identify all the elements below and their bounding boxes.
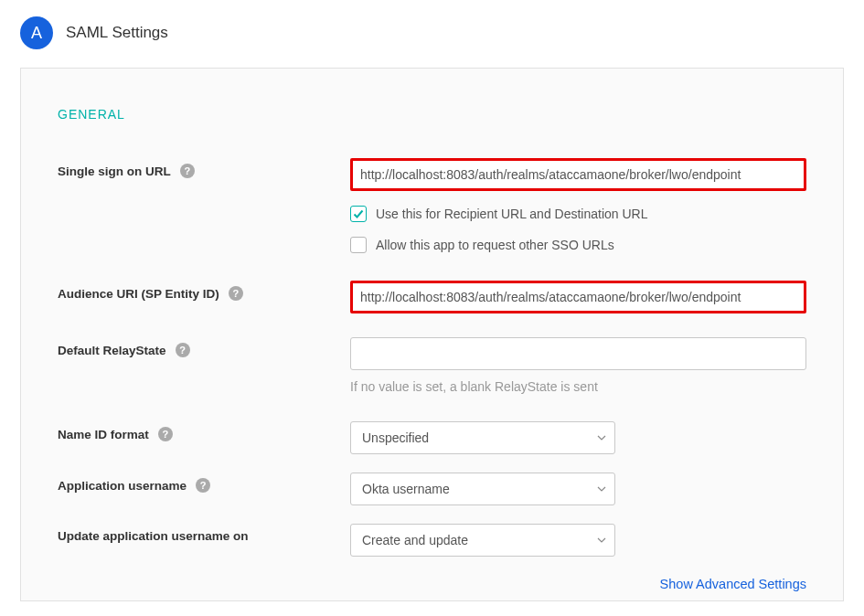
- label-name-id: Name ID format ?: [58, 421, 350, 441]
- help-icon[interactable]: ?: [158, 427, 173, 441]
- label-relay-state: Default RelayState ?: [58, 337, 350, 357]
- page-title: SAML Settings: [66, 24, 168, 42]
- show-advanced-link[interactable]: Show Advanced Settings: [660, 577, 806, 591]
- field-name-id: Unspecified: [350, 421, 806, 454]
- label-update-on-text: Update application username on: [58, 529, 249, 543]
- sso-url-input[interactable]: [350, 158, 806, 191]
- field-audience-uri: [350, 281, 806, 313]
- row-name-id: Name ID format ? Unspecified: [58, 421, 806, 454]
- field-sso-url: Use this for Recipient URL and Destinati…: [350, 158, 806, 253]
- help-icon[interactable]: ?: [180, 164, 195, 178]
- help-icon[interactable]: ?: [176, 343, 190, 357]
- relay-state-hint: If no value is set, a blank RelayState i…: [350, 379, 806, 394]
- app-username-select[interactable]: Okta username: [350, 473, 615, 505]
- checkbox-allow-other-sso-label: Allow this app to request other SSO URLs: [376, 238, 614, 252]
- label-app-username-text: Application username: [58, 479, 187, 493]
- advanced-link-row: Show Advanced Settings: [58, 577, 806, 591]
- field-app-username: Okta username: [350, 473, 806, 505]
- label-name-id-text: Name ID format: [58, 428, 149, 441]
- row-update-on: Update application username on Create an…: [58, 524, 806, 557]
- app-username-value: Okta username: [362, 482, 450, 496]
- label-sso-url: Single sign on URL ?: [58, 158, 350, 178]
- field-update-on: Create and update: [350, 524, 806, 557]
- update-on-value: Create and update: [362, 533, 468, 547]
- row-audience-uri: Audience URI (SP Entity ID) ?: [58, 281, 806, 313]
- row-relay-state: Default RelayState ? If no value is set,…: [58, 337, 806, 394]
- checkbox-allow-other-sso[interactable]: Allow this app to request other SSO URLs: [350, 237, 806, 253]
- label-app-username: Application username ?: [58, 473, 350, 493]
- label-sso-url-text: Single sign on URL: [58, 165, 171, 178]
- section-general-header: GENERAL: [58, 107, 806, 122]
- label-audience-uri: Audience URI (SP Entity ID) ?: [58, 281, 350, 301]
- label-relay-state-text: Default RelayState: [58, 344, 166, 357]
- relay-state-input[interactable]: [350, 337, 806, 370]
- name-id-value: Unspecified: [362, 430, 429, 445]
- checkbox-icon: [350, 206, 367, 222]
- avatar-letter: A: [31, 24, 42, 43]
- label-update-on: Update application username on: [58, 524, 350, 543]
- page-header: A SAML Settings: [20, 16, 844, 49]
- row-sso-url: Single sign on URL ? Use this for Recipi…: [58, 158, 806, 253]
- settings-panel: GENERAL Single sign on URL ? Use this fo…: [20, 68, 844, 601]
- avatar: A: [20, 16, 53, 49]
- help-icon[interactable]: ?: [229, 286, 243, 301]
- checkbox-icon: [350, 237, 367, 253]
- help-icon[interactable]: ?: [196, 478, 210, 493]
- row-app-username: Application username ? Okta username: [58, 473, 806, 505]
- checkbox-use-recipient-label: Use this for Recipient URL and Destinati…: [376, 207, 648, 221]
- audience-uri-input[interactable]: [350, 281, 806, 313]
- label-audience-uri-text: Audience URI (SP Entity ID): [58, 287, 219, 301]
- name-id-select[interactable]: Unspecified: [350, 421, 615, 454]
- checkbox-use-recipient[interactable]: Use this for Recipient URL and Destinati…: [350, 206, 806, 222]
- update-on-select[interactable]: Create and update: [350, 524, 615, 557]
- field-relay-state: If no value is set, a blank RelayState i…: [350, 337, 806, 394]
